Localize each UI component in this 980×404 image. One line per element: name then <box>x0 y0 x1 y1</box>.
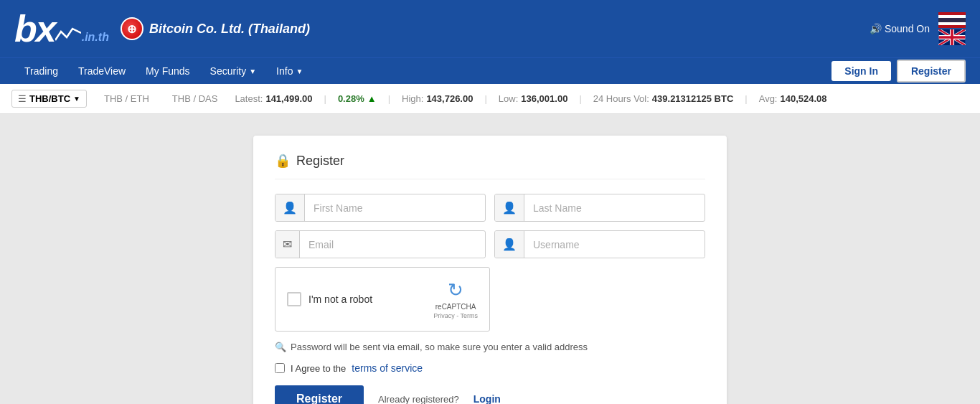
captcha-checkbox[interactable] <box>287 292 301 306</box>
terms-link[interactable]: terms of service <box>352 362 423 374</box>
low-label: Low: <box>499 93 518 104</box>
ticker-low: Low: 136,001.00 <box>499 93 568 104</box>
divider2: | <box>388 93 390 104</box>
company-info: ⊕ Bitcoin Co. Ltd. (Thailand) <box>121 17 310 40</box>
last-name-group: 👤 <box>494 194 705 222</box>
nav-myfunds[interactable]: My Funds <box>136 58 199 84</box>
agree-text: I Agree to the <box>291 363 346 374</box>
navbar: Trading TradeView My Funds Security ▼ In… <box>0 57 980 84</box>
nav-security-label: Security <box>210 65 247 77</box>
last-name-input[interactable] <box>524 196 705 220</box>
sound-control[interactable]: 🔊 Sound On <box>870 23 930 34</box>
divider1: | <box>324 93 326 104</box>
nav-items: Trading TradeView My Funds Security ▼ In… <box>14 58 313 84</box>
hint-text: Password will be sent via email, so make… <box>291 342 588 352</box>
ticker-avg: Avg: 140,524.08 <box>759 93 827 104</box>
nav-security[interactable]: Security ▼ <box>200 58 266 84</box>
active-pair: THB/BTC <box>29 93 70 104</box>
agree-checkbox[interactable] <box>275 363 285 373</box>
sound-icon: 🔊 <box>870 23 882 34</box>
header-left: bx .in.th ⊕ Bitcoin Co. Ltd. (Thailand) <box>14 10 310 47</box>
hint-icon: 🔍 <box>275 342 286 352</box>
change-value: 0.28% <box>338 93 364 104</box>
password-hint: 🔍 Password will be sent via email, so ma… <box>275 342 705 352</box>
login-link[interactable]: Login <box>473 393 501 404</box>
register-nav-button[interactable]: Register <box>897 60 966 83</box>
username-group: 👤 <box>494 230 705 258</box>
captcha-box[interactable]: I'm not a robot ↻ reCAPTCHA Privacy - Te… <box>275 267 490 332</box>
avg-label: Avg: <box>759 93 778 104</box>
language-flags <box>938 12 966 45</box>
register-submit-button[interactable]: Register <box>275 385 364 404</box>
globe-icon: ⊕ <box>121 17 143 40</box>
signin-button[interactable]: Sign In <box>831 61 891 81</box>
info-dropdown-icon: ▼ <box>296 67 303 75</box>
divider4: | <box>579 93 581 104</box>
latest-label: Latest: <box>235 93 263 104</box>
high-label: High: <box>402 93 423 104</box>
captcha-left: I'm not a robot <box>287 292 372 306</box>
captcha-brand: reCAPTCHA <box>435 303 476 311</box>
pair-selector[interactable]: ☰ THB/BTC ▼ <box>11 90 87 108</box>
nav-info-label: Info <box>276 65 293 77</box>
change-arrow-icon: ▲ <box>367 93 377 104</box>
captcha-right: ↻ reCAPTCHA Privacy - Terms <box>433 279 478 319</box>
latest-value: 141,499.00 <box>265 93 312 104</box>
dropdown-arrow-icon: ▼ <box>73 95 80 103</box>
ticker-bar: ☰ THB/BTC ▼ THB / ETH THB / DAS Latest: … <box>0 84 980 114</box>
username-input[interactable] <box>524 232 705 257</box>
lock-icon: 🔒 <box>275 153 291 169</box>
company-name: Bitcoin Co. Ltd. (Thailand) <box>149 22 310 37</box>
register-card: 🔒 Register 👤 👤 ✉ 👤 <box>253 136 727 404</box>
nav-tradeview[interactable]: TradeView <box>68 58 136 84</box>
header: bx .in.th ⊕ Bitcoin Co. Ltd. (Thailand) … <box>0 0 980 57</box>
first-name-group: 👤 <box>275 194 486 222</box>
ticker-vol: 24 Hours Vol: 439.21312125 BTC <box>593 93 734 104</box>
email-group: ✉ <box>275 230 486 258</box>
already-text: Already registered? <box>378 394 459 405</box>
nav-info[interactable]: Info ▼ <box>266 58 313 84</box>
logo[interactable]: bx .in.th <box>14 10 109 47</box>
sound-label: Sound On <box>885 23 930 34</box>
high-value: 143,726.00 <box>426 93 473 104</box>
register-title: 🔒 Register <box>275 153 705 179</box>
pair-eth[interactable]: THB / ETH <box>98 90 155 107</box>
divider3: | <box>484 93 486 104</box>
hamburger-icon: ☰ <box>18 93 27 104</box>
agree-row: I Agree to the terms of service <box>275 362 705 374</box>
form-actions: Register Already registered? Login <box>275 385 705 404</box>
ticker-latest: Latest: 141,499.00 <box>235 93 312 104</box>
nav-auth: Sign In Register <box>831 60 966 83</box>
avg-value: 140,524.08 <box>780 93 826 104</box>
main-content: 🔒 Register 👤 👤 ✉ 👤 <box>0 114 980 404</box>
pair-das[interactable]: THB / DAS <box>166 90 224 107</box>
vol-label: 24 Hours Vol: <box>593 93 649 104</box>
credentials-row: ✉ 👤 <box>275 230 705 258</box>
captcha-links: Privacy - Terms <box>433 312 478 319</box>
low-value: 136,001.00 <box>521 93 567 104</box>
thai-flag[interactable] <box>938 12 966 28</box>
person-icon-first: 👤 <box>275 194 305 221</box>
name-row: 👤 👤 <box>275 194 705 222</box>
ticker-change: 0.28% ▲ <box>338 93 377 104</box>
ticker-high: High: 143,726.00 <box>402 93 473 104</box>
email-icon: ✉ <box>275 231 300 258</box>
user-icon: 👤 <box>495 231 524 258</box>
first-name-input[interactable] <box>305 196 485 220</box>
register-heading: Register <box>296 154 344 169</box>
recaptcha-icon: ↻ <box>448 279 463 301</box>
uk-flag[interactable] <box>938 29 966 45</box>
captcha-label: I'm not a robot <box>308 293 372 305</box>
security-dropdown-icon: ▼ <box>249 67 256 75</box>
vol-value: 439.21312125 BTC <box>652 93 733 104</box>
divider5: | <box>745 93 747 104</box>
nav-trading[interactable]: Trading <box>14 58 68 84</box>
person-icon-last: 👤 <box>495 194 524 221</box>
email-input[interactable] <box>300 232 485 257</box>
header-right: 🔊 Sound On <box>870 12 966 45</box>
